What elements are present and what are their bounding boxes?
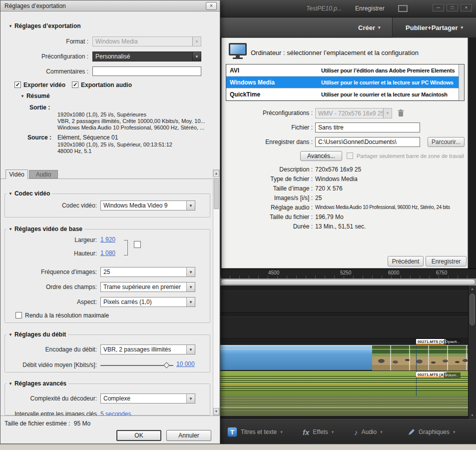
timeline-ruler[interactable]: 4500 5250 6000 6750 xyxy=(220,268,476,278)
publish-share-menu[interactable]: Publier+Partager ▾ xyxy=(392,18,476,38)
trash-icon[interactable] xyxy=(398,109,404,117)
ruler-tick-label: 6000 xyxy=(388,270,399,276)
video-track[interactable]: 00271.MTS [V] Opacit... xyxy=(220,345,468,370)
audio-track[interactable]: 00271.MTS [A] Volum... xyxy=(220,371,468,396)
soundtrack-track[interactable] xyxy=(220,396,468,416)
codec-dropdown[interactable]: Windows Media Video 9 ▼ xyxy=(100,200,195,210)
section-basic-video-header[interactable]: ▼Réglages vidéo de base xyxy=(6,226,84,232)
empty-video-track[interactable] xyxy=(220,290,468,312)
chevron-down-icon: ▾ xyxy=(280,430,283,434)
graphics-label: Graphiques xyxy=(419,428,450,436)
source-label: Source : xyxy=(27,134,51,141)
width-label: Largeur: xyxy=(4,236,97,244)
workspace-icon[interactable] xyxy=(398,5,408,12)
save-button[interactable]: Enregistrer xyxy=(426,256,467,266)
section-advanced-header[interactable]: ▼Réglages avancés xyxy=(6,380,68,387)
timeline-hscrollbar[interactable] xyxy=(220,278,476,286)
collapse-triangle-icon: ▼ xyxy=(8,192,12,196)
export-audio-checkbox[interactable]: ✓ xyxy=(72,82,78,88)
audio-button[interactable]: ♪ Audio ▾ xyxy=(354,420,383,444)
video-clip-label[interactable]: 00271.MTS [V] xyxy=(416,339,446,344)
opacity-rubber-band[interactable] xyxy=(220,349,468,350)
app-titlebar: TestPE10.p... Enregistrer ─ □ × xyxy=(220,0,476,18)
volume-rubber-band[interactable] xyxy=(220,384,468,384)
titles-label: Titres et texte xyxy=(241,428,277,436)
graphics-button[interactable]: Graphiques ▾ xyxy=(408,420,456,444)
premiere-elements-window: TestPE10.p... Enregistrer ─ □ × Créer ▾ … xyxy=(220,0,476,444)
estimated-file-size: Taille de fichier estimée : 95 Mo xyxy=(4,420,90,427)
width-value[interactable]: 1 920 xyxy=(100,236,115,243)
framerate-value: 25 xyxy=(101,268,186,276)
timeline-vscrollbar[interactable]: ▲ ▼ xyxy=(468,286,476,419)
section-bitrate-title: Réglages du débit xyxy=(14,331,66,338)
scroll-down-icon[interactable]: ▼ xyxy=(469,412,476,419)
format-dropdown: Windows Media ▼ xyxy=(92,36,201,46)
format-row-avi[interactable]: AVI Utiliser pour l’édition dans Adobe P… xyxy=(226,64,459,76)
scroll-up-icon[interactable]: ▲ xyxy=(469,286,476,292)
effects-button[interactable]: fx Effets ▾ xyxy=(303,420,334,444)
audio-clip-label[interactable]: 00271.MTS [A] xyxy=(416,372,447,378)
field-order-dropdown[interactable]: Trame supérieure en premier ▼ xyxy=(100,282,195,292)
browse-button[interactable]: Parcourir... xyxy=(428,137,465,147)
section-summary-header[interactable]: ▼Résumé xyxy=(18,92,52,100)
max-render-checkbox[interactable] xyxy=(15,312,22,318)
restore-button[interactable]: □ xyxy=(447,4,458,12)
section-codec-header[interactable]: ▼Codec vidéo xyxy=(6,190,52,197)
format-row-windows-media[interactable]: Windows Media Utiliser pour le courrier … xyxy=(226,76,459,88)
detail-label: Taille d’image : xyxy=(222,185,313,192)
detail-value: 720x576 16x9 25 xyxy=(315,166,361,173)
advanced-button[interactable]: Avancés... xyxy=(300,151,342,161)
bitrate-encoding-value: VBR, 2 passages illimités xyxy=(101,346,186,353)
section-export-header[interactable]: ▼Réglages d’exportation xyxy=(6,22,83,30)
comments-label: Commentaires : xyxy=(0,68,88,75)
slider-thumb[interactable] xyxy=(163,362,170,368)
scroll-down-icon[interactable]: ▼ xyxy=(213,408,219,415)
tab-audio[interactable]: Audio xyxy=(29,170,58,178)
bitrate-slider[interactable] xyxy=(100,362,173,368)
titles-text-button[interactable]: T Titres et texte ▾ xyxy=(227,420,283,444)
dialog-scrollbar[interactable]: ▲ ▼ xyxy=(213,170,220,416)
save-menu-item[interactable]: Enregistrer xyxy=(355,5,385,12)
height-label: Hauteur: xyxy=(4,250,97,257)
create-menu[interactable]: Créer ▾ xyxy=(358,18,381,38)
bitrate-encoding-dropdown[interactable]: VBR, 2 passages illimités ▼ xyxy=(100,344,195,354)
link-dimensions-checkbox[interactable] xyxy=(134,241,141,248)
effects-label: Effets xyxy=(313,428,328,436)
previous-button[interactable]: Précédent xyxy=(388,256,424,266)
section-bitrate-header[interactable]: ▼Réglages du débit xyxy=(6,331,68,338)
chevron-down-icon: ▼ xyxy=(186,345,195,354)
chevron-down-icon: ▾ xyxy=(332,430,334,434)
scroll-up-icon[interactable]: ▲ xyxy=(213,170,219,177)
export-video-checkbox[interactable]: ✓ xyxy=(14,82,21,88)
vscrollbar-thumb[interactable] xyxy=(470,294,475,326)
soundtrack-volume-band[interactable] xyxy=(220,407,468,408)
height-value[interactable]: 1 080 xyxy=(100,250,115,256)
format-list-scrollbar[interactable] xyxy=(459,64,464,100)
close-window-button[interactable]: × xyxy=(461,4,472,12)
video-clip-property: Opacit... xyxy=(444,339,461,344)
avg-bitrate-value[interactable]: 10 000 xyxy=(176,360,195,368)
tab-video[interactable]: Vidéo xyxy=(5,170,28,179)
framerate-label: Fréquence d’images: xyxy=(4,268,97,276)
dialog-scrollbar-thumb[interactable] xyxy=(214,178,219,209)
complexity-dropdown[interactable]: Complexe ▼ xyxy=(100,394,195,404)
ok-button[interactable]: OK xyxy=(116,430,161,441)
document-title: TestPE10.p... xyxy=(306,5,342,12)
empty-video-track[interactable] xyxy=(220,316,468,338)
aspect-dropdown[interactable]: Pixels carrés (1,0) ▼ xyxy=(100,297,195,307)
framerate-dropdown[interactable]: 25 ▼ xyxy=(100,267,195,277)
file-label: Fichier : xyxy=(222,124,313,131)
format-row-quicktime[interactable]: QuickTime Utiliser pour le courrier et l… xyxy=(226,88,459,100)
save-location-input[interactable] xyxy=(315,137,420,147)
minimize-button[interactable]: ─ xyxy=(433,4,444,12)
preconfiguration-dropdown[interactable]: Personnalisé ▼ xyxy=(92,52,201,62)
hscrollbar-thumb[interactable] xyxy=(221,279,476,285)
file-name-input[interactable] xyxy=(315,122,420,132)
format-description: Utiliser pour l’édition dans Adobe Premi… xyxy=(321,68,459,74)
comments-input[interactable] xyxy=(92,66,201,76)
cancel-button[interactable]: Annuler xyxy=(166,430,211,441)
detail-value: 25 xyxy=(315,194,322,202)
dialog-titlebar[interactable]: Réglages d’exportation × xyxy=(0,0,220,12)
close-dialog-button[interactable]: × xyxy=(206,2,217,10)
detail-label: Taille du fichier : xyxy=(222,214,313,220)
